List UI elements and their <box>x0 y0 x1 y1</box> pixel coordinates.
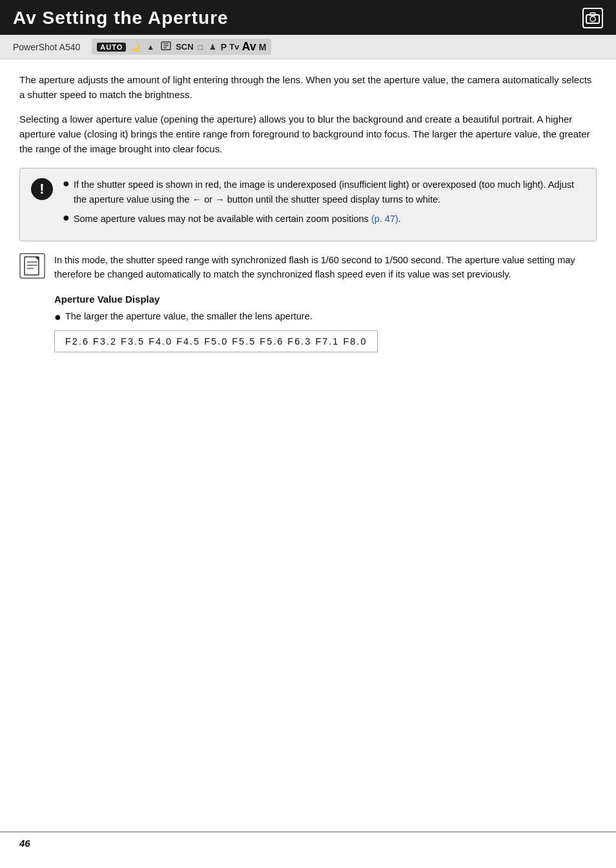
mode-icon-person: ♟ <box>207 42 218 52</box>
aperture-bullet: ● The larger the aperture value, the sma… <box>54 311 597 325</box>
scn-mode-icon: SCN <box>176 42 193 52</box>
svg-rect-10 <box>25 257 39 275</box>
page-title: Av Setting the Aperture <box>13 8 229 28</box>
mode-icon-sq: □ <box>196 42 205 52</box>
page-link[interactable]: (p. 47) <box>371 214 398 224</box>
bullet-item-1: ● If the shutter speed is shown in red, … <box>63 177 586 207</box>
intro-paragraph-1: The aperture adjusts the amount of light… <box>19 72 597 103</box>
header: Av Setting the Aperture <box>0 0 616 35</box>
bullet-item-2: ● Some aperture values may not be availa… <box>63 212 586 226</box>
aperture-bullet-dot: ● <box>54 310 61 325</box>
bullet-text-2: Some aperture values may not be availabl… <box>74 212 586 226</box>
bullet-text-1: If the shutter speed is shown in red, th… <box>74 177 586 207</box>
model-name: PowerShot A540 <box>13 42 80 52</box>
info-box-content: ● If the shutter speed is shown in red, … <box>63 177 586 231</box>
mode-bar: PowerShot A540 AUTO 🌙 ▲ SCN □ ♟ P Tv Av … <box>0 35 616 59</box>
main-content: The aperture adjusts the amount of light… <box>0 59 616 372</box>
svg-marker-14 <box>35 257 39 261</box>
aperture-bullet-text: The larger the aperture value, the small… <box>65 311 313 321</box>
warning-info-box: ! ● If the shutter speed is shown in red… <box>19 168 597 241</box>
av-mode-icon-highlight: Av <box>241 40 256 54</box>
page-container: Av Setting the Aperture PowerShot A540 A… <box>0 0 616 868</box>
mode-icons-bar: AUTO 🌙 ▲ SCN □ ♟ P Tv Av M <box>92 39 271 55</box>
page-divider-line <box>0 831 616 833</box>
m-mode-icon: M <box>259 42 267 52</box>
page-number: 46 <box>19 838 30 849</box>
aperture-values: F2.6 F3.2 F3.5 F4.0 F4.5 F5.0 F5.5 F5.6 … <box>65 336 367 347</box>
bullet-dot-2: ● <box>63 211 70 225</box>
aperture-title: Aperture Value Display <box>54 294 597 305</box>
aperture-section: Aperture Value Display ● The larger the … <box>54 294 597 353</box>
flash-icon <box>19 253 45 279</box>
p-mode-icon: P <box>221 42 227 52</box>
svg-text:!: ! <box>39 181 44 197</box>
intro-paragraph-2: Selecting a lower aperture value (openin… <box>19 112 597 157</box>
flash-info-box: In this mode, the shutter speed range wi… <box>19 253 597 282</box>
tv-mode-icon: Tv <box>229 42 239 52</box>
camera-icon <box>582 8 603 28</box>
mode-icon-3 <box>159 41 173 53</box>
mode-icon-1: 🌙 <box>128 42 142 52</box>
warning-icon: ! <box>30 177 54 201</box>
aperture-values-box: F2.6 F3.2 F3.5 F4.0 F4.5 F5.0 F5.5 F5.6 … <box>54 330 378 352</box>
flash-text: In this mode, the shutter speed range wi… <box>54 253 597 282</box>
mode-icon-2: ▲ <box>145 42 156 52</box>
bullet-dot-1: ● <box>63 177 70 191</box>
auto-mode-icon: AUTO <box>97 43 126 52</box>
svg-point-1 <box>590 17 595 22</box>
